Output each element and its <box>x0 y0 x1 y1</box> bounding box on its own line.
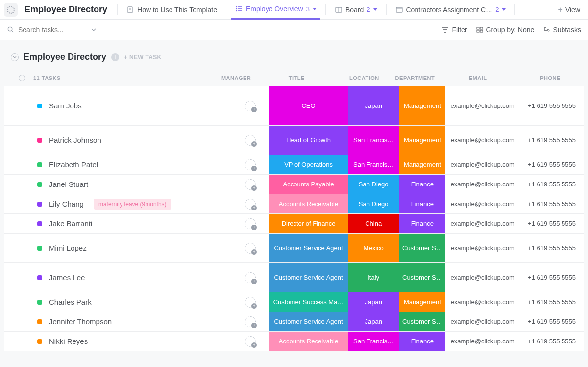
add-manager-icon[interactable] <box>245 297 256 308</box>
title-cell[interactable]: Head of Growth <box>269 126 348 155</box>
title-cell[interactable]: Customer Service Agent <box>269 234 348 262</box>
email-cell[interactable]: example@clickup.com <box>445 234 519 262</box>
manager-cell[interactable] <box>232 234 269 262</box>
new-task-button[interactable]: + NEW TASK <box>124 54 161 61</box>
add-manager-icon[interactable] <box>245 159 256 170</box>
manager-cell[interactable] <box>232 194 269 213</box>
chevron-down-icon[interactable] <box>91 27 97 33</box>
name-cell[interactable]: Lily Changmaternity leave (9months) <box>28 194 232 213</box>
location-cell[interactable]: Mexico <box>348 234 399 262</box>
email-cell[interactable]: example@clickup.com <box>445 312 519 331</box>
table-row[interactable]: Elizabeth PatelVP of OperationsSan Franc… <box>4 155 584 174</box>
location-cell[interactable]: San Diego <box>348 175 399 194</box>
location-cell[interactable]: Japan <box>348 292 399 312</box>
name-cell[interactable]: James Lee <box>28 263 232 292</box>
email-cell[interactable]: example@clickup.com <box>445 86 519 125</box>
department-cell[interactable]: Finance <box>399 214 445 233</box>
department-cell[interactable]: Finance <box>399 194 445 213</box>
title-cell[interactable]: Accounts Receivable <box>269 332 348 351</box>
phone-cell[interactable]: +1 619 555 5555 <box>519 214 584 233</box>
add-manager-icon[interactable] <box>245 316 256 327</box>
table-row[interactable]: Patrick JohnsonHead of GrowthSan Francis… <box>4 125 584 155</box>
manager-cell[interactable] <box>232 126 269 155</box>
phone-cell[interactable]: +1 619 555 5555 <box>519 292 584 312</box>
email-cell[interactable]: example@clickup.com <box>445 155 519 174</box>
email-cell[interactable]: example@clickup.com <box>445 194 519 213</box>
manager-cell[interactable] <box>232 86 269 125</box>
manager-cell[interactable] <box>232 312 269 331</box>
table-row[interactable]: Lily Changmaternity leave (9months)Accou… <box>4 194 584 213</box>
location-cell[interactable]: China <box>348 214 399 233</box>
phone-cell[interactable]: +1 619 555 5555 <box>519 312 584 331</box>
location-cell[interactable]: San Diego <box>348 194 399 213</box>
department-cell[interactable]: Finance <box>399 175 445 194</box>
col-department[interactable]: DEPARTMENT <box>391 75 440 81</box>
col-manager[interactable]: MANAGER <box>217 75 256 81</box>
location-cell[interactable]: Italy <box>348 263 399 292</box>
info-icon[interactable]: i <box>111 53 119 61</box>
name-cell[interactable]: Elizabeth Patel <box>28 155 232 174</box>
manager-cell[interactable] <box>232 263 269 292</box>
name-cell[interactable]: Janel Stuart <box>28 175 232 194</box>
email-cell[interactable]: example@clickup.com <box>445 214 519 233</box>
table-row[interactable]: Mimi LopezCustomer Service AgentMexicoCu… <box>4 233 584 262</box>
col-email[interactable]: EMAIL <box>439 75 516 81</box>
manager-cell[interactable] <box>232 292 269 312</box>
add-view-button[interactable]: + View <box>554 0 584 20</box>
name-cell[interactable]: Mimi Lopez <box>28 234 232 262</box>
col-location[interactable]: LOCATION <box>338 75 391 81</box>
tab-employee-overview[interactable]: Employe Overview 3 <box>231 0 320 20</box>
add-manager-icon[interactable] <box>245 179 256 190</box>
filter-button[interactable]: Filter <box>442 26 467 34</box>
search-box[interactable] <box>7 26 110 34</box>
phone-cell[interactable]: +1 619 555 5555 <box>519 155 584 174</box>
phone-cell[interactable]: +1 619 555 5555 <box>519 86 584 125</box>
add-manager-icon[interactable] <box>245 101 256 111</box>
add-manager-icon[interactable] <box>245 336 256 347</box>
table-row[interactable]: Jake BarrantiDirector of FinanceChinaFin… <box>4 213 584 233</box>
department-cell[interactable]: Finance <box>399 332 445 351</box>
add-manager-icon[interactable] <box>245 272 256 283</box>
table-row[interactable]: Sam JobsCEOJapanManagementexample@clicku… <box>4 86 584 125</box>
phone-cell[interactable]: +1 619 555 5555 <box>519 126 584 155</box>
tab-how-to-use[interactable]: How to Use This Template <box>122 0 221 20</box>
expand-all-toggle[interactable] <box>19 75 25 81</box>
phone-cell[interactable]: +1 619 555 5555 <box>519 234 584 262</box>
name-cell[interactable]: Charles Park <box>28 292 232 312</box>
department-cell[interactable]: Customer S… <box>399 312 445 331</box>
add-manager-icon[interactable] <box>245 218 256 229</box>
name-cell[interactable]: Sam Jobs <box>28 86 232 125</box>
title-cell[interactable]: Accounts Receivable <box>269 194 348 213</box>
manager-cell[interactable] <box>232 175 269 194</box>
manager-cell[interactable] <box>232 332 269 351</box>
location-cell[interactable]: San Francis… <box>348 155 399 174</box>
table-row[interactable]: James LeeCustomer Service AgentItalyCust… <box>4 262 584 292</box>
table-row[interactable]: Nikki ReyesAccounts ReceivableSan Franci… <box>4 331 584 351</box>
title-cell[interactable]: Customer Service Agent <box>269 312 348 331</box>
name-cell[interactable]: Patrick Johnson <box>28 126 232 155</box>
app-logo[interactable] <box>4 3 18 17</box>
col-title[interactable]: TITLE <box>256 75 338 81</box>
department-cell[interactable]: Management <box>399 155 445 174</box>
phone-cell[interactable]: +1 619 555 5555 <box>519 263 584 292</box>
email-cell[interactable]: example@clickup.com <box>445 175 519 194</box>
search-input[interactable] <box>18 26 87 34</box>
collapse-toggle[interactable] <box>11 53 19 61</box>
email-cell[interactable]: example@clickup.com <box>445 292 519 312</box>
phone-cell[interactable]: +1 619 555 5555 <box>519 194 584 213</box>
title-cell[interactable]: Director of Finance <box>269 214 348 233</box>
title-cell[interactable]: VP of Operations <box>269 155 348 174</box>
manager-cell[interactable] <box>232 155 269 174</box>
department-cell[interactable]: Management <box>399 126 445 155</box>
department-cell[interactable]: Customer S… <box>399 263 445 292</box>
tab-contractors[interactable]: Contractors Assignment C… 2 <box>392 0 510 20</box>
location-cell[interactable]: Japan <box>348 86 399 125</box>
title-cell[interactable]: Customer Success Ma… <box>269 292 348 312</box>
location-cell[interactable]: Japan <box>348 312 399 331</box>
title-cell[interactable]: Customer Service Agent <box>269 263 348 292</box>
subtasks-button[interactable]: Subtasks <box>543 26 581 34</box>
phone-cell[interactable]: +1 619 555 5555 <box>519 332 584 351</box>
table-row[interactable]: Charles ParkCustomer Success Ma…JapanMan… <box>4 292 584 312</box>
email-cell[interactable]: example@clickup.com <box>445 263 519 292</box>
table-row[interactable]: Janel StuartAccounts PayableSan DiegoFin… <box>4 174 584 194</box>
